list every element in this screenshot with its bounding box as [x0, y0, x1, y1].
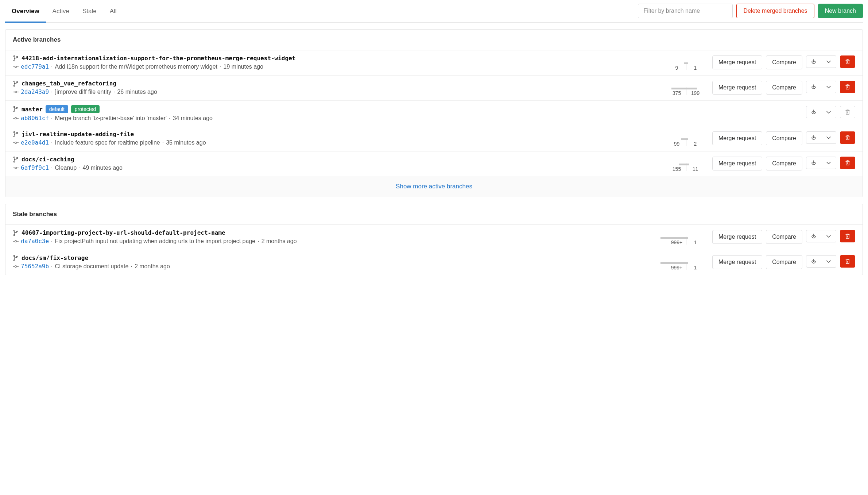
branch-name[interactable]: jivl-realtime-update-adding-file — [22, 131, 134, 138]
dot-separator: · — [51, 89, 53, 95]
download-dropdown[interactable] — [806, 157, 836, 169]
compare-button[interactable]: Compare — [766, 230, 802, 244]
download-caret[interactable] — [821, 230, 836, 242]
commit-icon — [13, 165, 19, 171]
download-dropdown[interactable] — [806, 230, 836, 242]
commit-sha[interactable]: da7a0c3e — [21, 238, 49, 245]
download-caret[interactable] — [821, 255, 836, 268]
compare-button[interactable]: Compare — [766, 55, 802, 69]
delete-merged-button[interactable]: Delete merged branches — [736, 4, 814, 18]
tab-stale[interactable]: Stale — [76, 2, 103, 23]
merge-request-button[interactable]: Merge request — [712, 131, 762, 145]
dot-separator: · — [131, 263, 132, 270]
download-button[interactable] — [806, 230, 821, 242]
delete-branch-button[interactable] — [840, 230, 855, 242]
new-branch-button[interactable]: New branch — [818, 4, 863, 18]
chevron-down-icon — [826, 84, 832, 90]
download-icon — [811, 160, 817, 166]
download-button[interactable] — [806, 157, 821, 169]
download-caret[interactable] — [821, 157, 836, 169]
behind-bar — [660, 262, 686, 264]
ahead-bar — [686, 237, 688, 239]
tab-overview[interactable]: Overview — [5, 2, 46, 23]
commit-message: Include feature spec for realtime pipeli… — [55, 139, 160, 146]
branch-info: docs/ci-caching 6af9f9c1 · Cleanup · 49 … — [13, 156, 660, 171]
branch-name[interactable]: docs/sm/fix-storage — [22, 254, 88, 261]
branch-icon — [13, 81, 19, 87]
download-dropdown[interactable] — [806, 131, 836, 144]
behind-count: 99 — [674, 141, 680, 147]
branch-actions: Merge request Compare — [712, 131, 855, 145]
delete-branch-button[interactable] — [840, 55, 855, 68]
merge-request-button[interactable]: Merge request — [712, 55, 762, 69]
trash-icon — [845, 84, 850, 90]
branch-name[interactable]: 40607-importing-project-by-url-should-de… — [22, 229, 225, 236]
trash-icon — [845, 160, 850, 166]
divergence-graph: 999+ 1 — [664, 229, 708, 245]
trash-icon — [845, 135, 850, 141]
branch-name[interactable]: master — [22, 106, 43, 113]
download-dropdown[interactable] — [806, 55, 836, 68]
delete-branch-button[interactable] — [840, 131, 855, 144]
merge-request-button[interactable]: Merge request — [712, 157, 762, 170]
download-button[interactable] — [806, 106, 821, 118]
download-button[interactable] — [806, 55, 821, 68]
compare-button[interactable]: Compare — [766, 255, 802, 269]
branch-info: 44218-add-internationalization-support-f… — [13, 55, 660, 70]
merge-request-button[interactable]: Merge request — [712, 230, 762, 244]
branch-info: 40607-importing-project-by-url-should-de… — [13, 229, 660, 245]
branch-name[interactable]: docs/ci-caching — [22, 156, 74, 163]
commit-icon — [13, 115, 19, 121]
branch-name[interactable]: 44218-add-internationalization-support-f… — [22, 55, 295, 62]
delete-branch-button[interactable] — [840, 255, 855, 268]
branch-icon — [13, 106, 19, 112]
download-dropdown[interactable] — [806, 255, 836, 268]
commit-icon — [13, 140, 19, 146]
commit-sha[interactable]: ab8061cf — [21, 115, 49, 122]
download-caret[interactable] — [821, 106, 836, 118]
compare-button[interactable]: Compare — [766, 157, 802, 170]
commit-sha[interactable]: 2da243a9 — [21, 88, 49, 95]
behind-bar — [681, 138, 686, 140]
divergence-graph: 375 199 — [664, 80, 708, 96]
commit-sha[interactable]: 75652a9b — [21, 263, 49, 270]
commit-icon — [13, 264, 19, 269]
download-dropdown[interactable] — [806, 106, 836, 118]
show-more-active-link[interactable]: Show more active branches — [396, 183, 472, 190]
commit-message: Cleanup — [55, 165, 77, 171]
download-button[interactable] — [806, 131, 821, 144]
show-more-active: Show more active branches — [5, 176, 863, 197]
branch-info: changes_tab_vue_refactoring 2da243a9 · ]… — [13, 80, 660, 95]
commit-time: 2 months ago — [261, 238, 297, 245]
branch-filter-input[interactable] — [638, 4, 733, 18]
delete-branch-button[interactable] — [840, 81, 855, 93]
commit-time: 2 months ago — [135, 263, 170, 270]
divergence-graph: 155 11 — [664, 156, 708, 172]
download-button[interactable] — [806, 81, 821, 93]
branch-icon — [13, 131, 19, 137]
tab-active[interactable]: Active — [46, 2, 76, 23]
merge-request-button[interactable]: Merge request — [712, 255, 762, 269]
download-caret[interactable] — [821, 55, 836, 68]
dot-separator: · — [51, 64, 53, 70]
merge-request-button[interactable]: Merge request — [712, 81, 762, 95]
commit-sha[interactable]: 6af9f9c1 — [21, 164, 49, 171]
ahead-bar — [686, 262, 688, 264]
download-dropdown[interactable] — [806, 81, 836, 93]
download-caret[interactable] — [821, 131, 836, 144]
chevron-down-icon — [826, 135, 832, 141]
ahead-bar — [686, 88, 697, 89]
tab-all[interactable]: All — [103, 2, 123, 23]
branch-row: 44218-add-internationalization-support-f… — [5, 50, 863, 76]
delete-branch-button[interactable] — [840, 157, 855, 169]
compare-button[interactable]: Compare — [766, 81, 802, 95]
commit-sha[interactable]: edc779a1 — [21, 63, 49, 70]
download-caret[interactable] — [821, 81, 836, 93]
commit-sha[interactable]: e2e0a4d1 — [21, 139, 49, 146]
active-branches-header: Active branches — [5, 30, 863, 50]
ahead-count: 2 — [694, 141, 697, 147]
download-button[interactable] — [806, 255, 821, 268]
compare-button[interactable]: Compare — [766, 131, 802, 145]
commit-message: Fix projectPath input not updating when … — [55, 238, 256, 245]
branch-name[interactable]: changes_tab_vue_refactoring — [22, 80, 116, 87]
